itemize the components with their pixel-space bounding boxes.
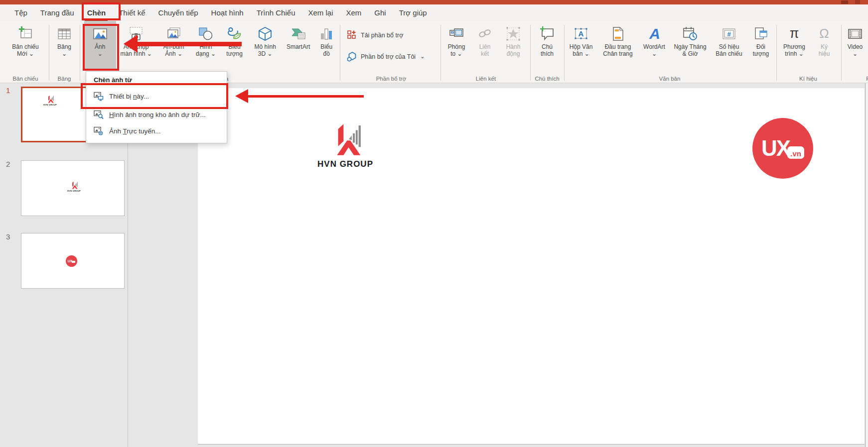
menu-tab-review[interactable]: Xem lại: [301, 4, 339, 21]
ribbon-group-slides: Bản chiếuMới ⌄ Bản chiếu: [4, 21, 47, 83]
button-label: Ký: [821, 43, 828, 50]
smartart-button[interactable]: SmartArt: [282, 21, 314, 71]
menu-tab-home[interactable]: Trang đầu: [34, 4, 81, 21]
screenshot-button[interactable]: Ảnh chụpmàn hình ⌄: [116, 21, 156, 71]
comment-button[interactable]: Chúthích: [531, 21, 563, 71]
photo-album-icon: [166, 24, 182, 43]
group-label-links: Liên kết: [441, 76, 530, 82]
slide-number-label: 3: [6, 232, 10, 241]
button-label: ⌄: [98, 50, 103, 57]
link-button[interactable]: Liênkết: [471, 21, 498, 71]
slide-thumbnail-3[interactable]: UX: [21, 233, 125, 289]
group-separator: [841, 25, 842, 81]
my-addins-button[interactable]: Phần bổ trợ của Tôi ⌄: [347, 51, 438, 62]
menu-tab-help[interactable]: Trợ giúp: [393, 4, 434, 21]
hvn-logo-mini: HVN GROUP: [67, 181, 81, 192]
pictures-button[interactable]: Ảnh⌄: [84, 21, 116, 71]
ux-vn-logo: UX .vn: [752, 118, 813, 179]
button-label: Bản chiếu: [716, 50, 742, 57]
zoom-button[interactable]: Phóngto ⌄: [441, 21, 471, 71]
button-label: to ⌄: [450, 50, 462, 57]
button-label: tượng: [226, 50, 243, 57]
vertical-scrollbar[interactable]: [865, 83, 868, 447]
button-label: Ảnh ⌄: [165, 50, 182, 57]
my-addins-icon: [347, 51, 357, 62]
shapes-button[interactable]: Hìnhdạng ⌄: [191, 21, 221, 71]
date-time-button[interactable]: Ngày Tháng& Giờ: [670, 21, 711, 71]
stock-images-icon: [94, 110, 104, 119]
get-addins-button[interactable]: Tải phần bổ trợ: [347, 30, 438, 40]
text-box-icon: A: [573, 24, 589, 43]
symbol-button[interactable]: Ω Kýhiệu: [811, 21, 837, 71]
group-label-media: P: [842, 76, 868, 82]
button-label: Ảnh: [95, 43, 105, 50]
button-label: An-bum: [163, 43, 184, 50]
header-footer-icon: [610, 24, 626, 43]
date-time-icon: [682, 24, 698, 43]
object-icon: [753, 24, 769, 43]
slide-canvas[interactable]: HVN GROUP UX .vn: [198, 88, 865, 445]
button-label: màn hình ⌄: [120, 50, 151, 57]
menu-tab-animations[interactable]: Hoạt hình: [205, 4, 250, 21]
menu-tab-transitions[interactable]: Chuyển tiếp: [152, 4, 205, 21]
button-label: Mô hình: [254, 43, 276, 50]
button-label: Đối: [756, 43, 765, 50]
action-star-icon: [505, 24, 521, 43]
wordart-button[interactable]: A WordArt⌄: [639, 21, 670, 71]
menu-tab-insert[interactable]: Chèn: [81, 4, 113, 21]
menu-tab-record[interactable]: Ghi: [368, 4, 392, 21]
menu-item-online-pictures[interactable]: Ảnh Trực tuyến...: [86, 123, 227, 139]
text-box-button[interactable]: A Hộp Vănbản ⌄: [565, 21, 597, 71]
header-footer-button[interactable]: Đầu trangChân trang: [597, 21, 639, 71]
picture-icon: [92, 24, 108, 43]
ux-logo-domain-tag: .vn: [787, 146, 804, 159]
video-button[interactable]: Video⌄: [842, 21, 868, 71]
button-label: Chú: [542, 43, 553, 50]
menu-tab-design[interactable]: Thiết kế: [112, 4, 151, 21]
hvn-logo-mini: HVN GROUP: [43, 95, 57, 106]
menu-tab-view[interactable]: Xem: [340, 4, 368, 21]
3d-models-button[interactable]: Mô hình3D ⌄: [248, 21, 282, 71]
equation-button[interactable]: π Phươngtrình ⌄: [777, 21, 811, 71]
menu-tab-file[interactable]: Tệp: [8, 4, 34, 21]
cube-3d-icon: [257, 24, 273, 43]
menu-tab-slideshow[interactable]: Trình Chiếu: [250, 4, 302, 21]
icons-button[interactable]: Biểutượng: [221, 21, 249, 71]
button-label: Biểu: [229, 43, 241, 50]
hvn-logo-text: HVN GROUP: [317, 159, 373, 169]
button-label: dạng ⌄: [196, 50, 216, 57]
ux-logo-text: UX: [761, 136, 790, 161]
pi-equation-icon: π: [786, 24, 802, 43]
button-label: Phóng: [448, 43, 465, 50]
new-slide-icon: [17, 24, 33, 43]
table-button[interactable]: Bảng⌄: [50, 21, 79, 71]
button-label: Phương: [783, 43, 805, 50]
menu-item-this-device[interactable]: Thiết bị này...: [86, 86, 227, 107]
button-label: ⌄: [853, 50, 858, 57]
zoom-screens-icon: [448, 24, 464, 43]
slide-number-label: 2: [6, 160, 10, 168]
slide-thumbnail-2[interactable]: HVN GROUP: [21, 160, 125, 216]
button-label: Mới ⌄: [17, 50, 34, 57]
button-label: Hành: [506, 43, 521, 50]
action-button[interactable]: Hànhđộng: [498, 21, 528, 71]
chart-button[interactable]: Biểuđồ: [314, 21, 338, 71]
title-bar: [0, 0, 868, 4]
ribbon-group-media: Video⌄ P: [842, 21, 868, 83]
titlebar-artifact: [841, 0, 848, 4]
button-label: bản ⌄: [573, 50, 589, 57]
get-addins-icon: [347, 30, 357, 40]
group-separator: [530, 25, 531, 81]
insert-picture-dropdown: Chèn ảnh từ Thiết bị này... Hình ảnh tro…: [86, 71, 227, 143]
hvn-logo-text-mini: HVN GROUP: [67, 190, 81, 192]
button-label: Đầu trang: [605, 43, 631, 50]
menu-item-stock-images[interactable]: Hình ảnh trong kho ảnh dự trữ...: [86, 107, 227, 123]
photo-album-button[interactable]: An-bumẢnh ⌄: [156, 21, 191, 71]
group-label-text: Văn bản: [565, 76, 774, 82]
slide-number-button[interactable]: # Số hiệuBản chiếu: [711, 21, 747, 71]
button-label: Bảng: [57, 43, 71, 50]
object-button[interactable]: Đốitượng: [747, 21, 774, 71]
button-label: 3D ⌄: [258, 50, 273, 57]
new-slide-button[interactable]: Bản chiếuMới ⌄: [4, 21, 47, 71]
button-label: & Giờ: [682, 50, 698, 57]
